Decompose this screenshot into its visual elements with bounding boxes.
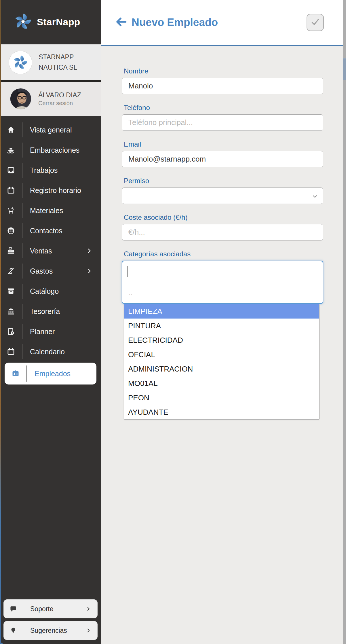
chevron-down-icon — [312, 194, 318, 199]
bank-icon — [0, 307, 22, 316]
scrollbar-track[interactable] — [343, 0, 346, 644]
sidebar-item-embarcaciones[interactable]: Embarcaciones — [0, 140, 101, 160]
app-window: StarNapp STARNAPP NAUTICA SL — [0, 0, 346, 644]
sidebar-item-vista-general[interactable]: Vista general — [0, 120, 101, 140]
chevron-right-icon — [86, 606, 91, 611]
nav-label: Embarcaciones — [30, 146, 79, 154]
dropdown-option[interactable]: AYUDANTE — [124, 405, 319, 419]
cash-register-icon — [0, 247, 22, 255]
user-avatar — [10, 88, 31, 109]
field-categorias: Categorías asociadas .. — [122, 250, 323, 304]
nav-separator — [22, 203, 22, 218]
jobs-icon — [0, 166, 22, 175]
user-info: ÁLVARO DIAZ Cerrar sesión — [38, 91, 81, 107]
dropdown-option[interactable]: ADMINISTRACION — [124, 362, 319, 376]
field-label: Teléfono — [124, 104, 323, 112]
nav-separator — [22, 324, 22, 339]
sidebar-item-calendario[interactable]: Calendario — [0, 342, 101, 362]
nav-label: Empleados — [35, 370, 71, 378]
footer-label: Sugerencias — [30, 627, 67, 634]
chevron-right-icon — [86, 268, 92, 274]
sidebar-item-empleados[interactable]: Empleados — [5, 363, 96, 384]
nav-label: Materiales — [30, 207, 63, 215]
nav-separator — [22, 264, 22, 279]
nav-separator — [22, 122, 22, 137]
dropdown-option[interactable]: LIMPIEZA — [124, 304, 319, 319]
sugerencias-button[interactable]: Sugerencias — [3, 621, 98, 640]
nav-label: Contactos — [30, 227, 62, 235]
page-header: Nuevo Empleado — [101, 0, 346, 45]
main-area: Nuevo Empleado Nombre Teléfono Email — [101, 0, 346, 644]
permiso-select[interactable]: ... — [122, 187, 323, 204]
footer-separator — [23, 602, 23, 615]
starnapp-logo-icon — [14, 12, 32, 32]
nav-label: Vista general — [30, 126, 72, 134]
nav-separator — [22, 143, 22, 158]
nav-label: Planner — [30, 327, 55, 336]
user-name: ÁLVARO DIAZ — [38, 91, 81, 99]
sidebar-item-trabajos[interactable]: Trabajos — [0, 160, 101, 180]
sidebar-item-catalogo[interactable]: Catálogo — [0, 281, 101, 301]
scrollbar-thumb[interactable] — [343, 58, 346, 80]
nav-separator — [22, 344, 22, 359]
page-title: Nuevo Empleado — [132, 16, 218, 29]
dropdown-option[interactable]: MO01AL — [124, 376, 319, 391]
arrow-left-icon — [115, 16, 128, 29]
dropdown-option[interactable]: OFCIAL — [124, 347, 319, 362]
footer-separator — [23, 624, 23, 637]
sidebar-divider — [0, 80, 101, 82]
nav-separator — [26, 365, 27, 382]
nav-label: Trabajos — [30, 166, 58, 175]
dropdown-option[interactable]: PEON — [124, 391, 319, 405]
categorias-input[interactable]: .. — [122, 261, 323, 304]
chevron-right-icon — [86, 248, 92, 254]
text-caret — [128, 266, 128, 277]
chat-icon — [4, 605, 23, 613]
user-block: ÁLVARO DIAZ Cerrar sesión — [0, 82, 101, 116]
confirm-button[interactable] — [307, 14, 324, 31]
lightbulb-icon — [4, 626, 23, 634]
sidebar-item-planner[interactable]: Planner — [0, 321, 101, 342]
cart-plus-icon — [0, 206, 22, 215]
form-content: Nombre Teléfono Email Permiso ... — [101, 46, 346, 644]
field-nombre: Nombre — [122, 67, 323, 94]
field-coste: Coste asociado (€/h) — [122, 213, 323, 240]
soporte-button[interactable]: Soporte — [3, 599, 98, 618]
nav-label: Calendario — [30, 348, 65, 356]
company-name: STARNAPP NAUTICA SL — [39, 52, 77, 73]
window-frame-edge — [0, 0, 1, 644]
coste-input[interactable] — [122, 224, 323, 240]
planner-icon — [0, 327, 22, 336]
sidebar-item-materiales[interactable]: Materiales — [0, 200, 101, 221]
email-input[interactable] — [122, 151, 323, 167]
nav-separator — [22, 163, 22, 178]
nav-label: Ventas — [30, 247, 52, 255]
nombre-input[interactable] — [122, 78, 323, 94]
field-label: Permiso — [124, 177, 323, 185]
boat-icon — [0, 146, 22, 154]
sidebar-nav: Vista general Embarcaciones Trabajos — [0, 116, 101, 599]
sidebar-item-registro-horario[interactable]: Registro horario — [0, 180, 101, 200]
archive-box-icon — [0, 287, 22, 296]
dropdown-option[interactable]: PINTURA — [124, 319, 319, 333]
sidebar: StarNapp STARNAPP NAUTICA SL — [0, 0, 101, 644]
chevron-right-icon — [86, 628, 91, 633]
money-slash-icon — [0, 267, 22, 275]
check-icon — [310, 17, 320, 28]
field-permiso: Permiso ... — [122, 177, 323, 204]
sidebar-footer: Soporte Sugerencias — [0, 599, 101, 644]
sidebar-item-tesoreria[interactable]: Tesorería — [0, 301, 101, 321]
sidebar-item-gastos[interactable]: Gastos — [0, 261, 101, 281]
brand-block: StarNapp — [0, 0, 101, 45]
dropdown-option[interactable]: ELECTRICIDAD — [124, 333, 319, 347]
back-button[interactable] — [115, 16, 128, 29]
sidebar-item-contactos[interactable]: Contactos — [0, 221, 101, 241]
telefono-input[interactable] — [122, 114, 323, 131]
sidebar-item-ventas[interactable]: Ventas — [0, 241, 101, 261]
nav-label: Registro horario — [30, 186, 81, 195]
calendar-icon — [0, 186, 22, 195]
company-selector[interactable]: STARNAPP NAUTICA SL — [0, 45, 101, 80]
logout-link[interactable]: Cerrar sesión — [38, 100, 81, 107]
nav-label: Gastos — [30, 267, 53, 275]
categorias-placeholder: .. — [129, 287, 132, 299]
